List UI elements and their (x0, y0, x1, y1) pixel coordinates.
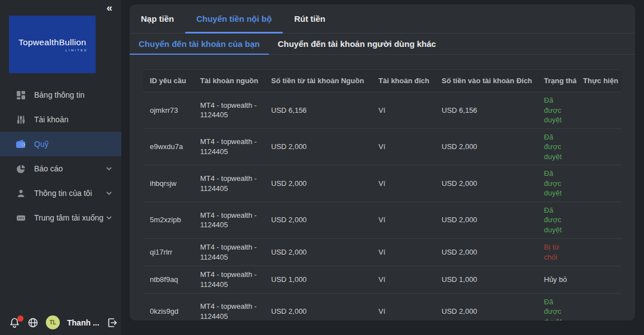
cell-amount-to: USD 2,000 (435, 238, 537, 266)
column-header: Tài khoản đích (372, 70, 435, 92)
cell-amount-to: USD 2,000 (435, 165, 537, 202)
cell-amount-to: USD 2,000 (435, 293, 537, 320)
sidebar: « TopwealthBullion LIMITED Bảng thông ti… (0, 0, 121, 335)
sidebar-item-dashboard[interactable]: Bảng thông tin (0, 83, 121, 107)
table-row: ojmkrr73MT4 - topwealth - 1124405USD 6,1… (143, 92, 622, 129)
column-header: Trạng thái (537, 70, 576, 92)
sidebar-item-my-info[interactable]: Thông tin của tôi (0, 181, 121, 205)
cell-amount-to: USD 2,000 (435, 202, 537, 238)
cell-action (576, 165, 622, 202)
logout-button[interactable] (107, 317, 118, 328)
sidebar-item-funds[interactable]: Quỹ (0, 132, 121, 156)
sidebar-collapse-icon[interactable]: « (106, 1, 112, 15)
cell-status: Đã được duyệt (537, 92, 576, 129)
brand-logo-title: TopwealthBullion (18, 37, 86, 47)
cell-dest-account: Ví (372, 238, 435, 266)
wallet-icon (16, 139, 26, 149)
sliders-icon (16, 114, 26, 125)
sidebar-item-label: Quỹ (34, 140, 49, 149)
cell-amount-to: USD 2,000 (435, 128, 537, 165)
sidebar-nav: Bảng thông tin Tài khoản Quỹ Báo cáo (0, 83, 121, 230)
cell-id: 5m2xzipb (143, 202, 193, 238)
subtab-transfer-other-user[interactable]: Chuyển đến tài khoản người dùng khác (269, 34, 445, 54)
column-header: Số tiền vào tài khoản Đích (435, 70, 537, 92)
cell-dest-account: Ví (372, 165, 435, 202)
chevron-down-icon (106, 165, 112, 172)
table-header-row: ID yêu cầuTài khoản nguồnSố tiền từ tài … (143, 70, 622, 92)
column-header: Thực hiện (576, 70, 622, 92)
cell-status: Đã được duyệt (537, 293, 576, 320)
cell-amount-from: USD 6,156 (264, 92, 372, 129)
cell-action (576, 238, 622, 266)
sidebar-item-label: Bảng thông tin (34, 90, 84, 99)
cell-id: ihbqrsjw (143, 165, 193, 202)
user-name: Thanh ... (67, 318, 100, 327)
cell-id: ntb8f9aq (143, 266, 193, 293)
cell-amount-from: USD 2,000 (264, 202, 372, 238)
cell-amount-to: USD 1,000 (435, 266, 537, 293)
cell-id: qi17rlrr (143, 238, 193, 266)
sidebar-item-reports[interactable]: Báo cáo (0, 156, 121, 181)
notifications-button[interactable] (9, 317, 20, 328)
cell-amount-from: USD 2,000 (264, 238, 372, 266)
table-body: ojmkrr73MT4 - topwealth - 1124405USD 6,1… (143, 92, 622, 321)
cell-action (576, 202, 622, 238)
sidebar-item-accounts[interactable]: Tài khoản (0, 107, 121, 132)
main-tabs: Nạp tiền Chuyển tiền nội bộ Rút tiền (130, 4, 635, 34)
cell-dest-account: Ví (372, 92, 435, 129)
avatar: TL (46, 315, 60, 329)
cell-source-account: MT4 - topwealth - 1124405 (193, 202, 264, 238)
chevron-down-icon (106, 214, 112, 221)
download-center-icon (16, 213, 26, 223)
tab-withdraw[interactable]: Rút tiền (283, 4, 337, 33)
dashboard-icon (16, 90, 26, 100)
table-row: ntb8f9aqMT4 - topwealth - 1124405USD 1,0… (143, 266, 622, 293)
cell-source-account: MT4 - topwealth - 1124405 (193, 293, 264, 320)
table-row: 0kzis9gdMT4 - topwealth - 1124405USD 2,0… (143, 293, 622, 320)
brand-logo-subtitle: LIMITED (65, 49, 88, 52)
column-header: ID yêu cầu (143, 70, 193, 92)
tab-internal-transfer[interactable]: Chuyển tiền nội bộ (185, 4, 283, 33)
cell-action (576, 266, 622, 293)
cell-status: Đã được duyệt (537, 128, 576, 165)
tab-deposit[interactable]: Nạp tiền (130, 4, 185, 33)
cell-dest-account: Ví (372, 266, 435, 293)
cell-amount-from: USD 1,000 (264, 266, 372, 293)
sidebar-item-label: Tài khoản (34, 115, 68, 124)
cell-source-account: MT4 - topwealth - 1124405 (193, 165, 264, 202)
transfers-table: ID yêu cầuTài khoản nguồnSố tiền từ tài … (143, 69, 622, 320)
language-button[interactable] (27, 317, 39, 328)
transfers-table-container: ID yêu cầuTài khoản nguồnSố tiền từ tài … (143, 69, 622, 320)
table-row: ihbqrsjwMT4 - topwealth - 1124405USD 2,0… (143, 165, 622, 202)
cell-amount-to: USD 6,156 (435, 92, 537, 129)
cell-source-account: MT4 - topwealth - 1124405 (193, 92, 264, 129)
cell-source-account: MT4 - topwealth - 1124405 (193, 266, 264, 293)
sidebar-item-label: Báo cáo (34, 164, 63, 173)
notification-badge (17, 315, 23, 322)
cell-status: Đã được duyệt (537, 165, 576, 202)
cell-action (576, 92, 622, 129)
cell-status: Hủy bỏ (537, 266, 576, 293)
logout-icon (107, 317, 118, 328)
column-header: Số tiền từ tài khoản Nguồn (264, 70, 372, 92)
cell-id: 0kzis9gd (143, 293, 193, 320)
cell-action (576, 128, 622, 165)
cell-amount-from: USD 2,000 (264, 165, 372, 202)
cell-id: e9wxdu7a (143, 128, 193, 165)
column-header: Tài khoản nguồn (193, 70, 264, 92)
sub-tabs: Chuyển đến tài khoản của bạn Chuyển đến … (130, 34, 635, 55)
sidebar-item-download-center[interactable]: Trung tâm tải xuống (0, 205, 121, 230)
cell-dest-account: Ví (372, 128, 435, 165)
brand-logo: TopwealthBullion LIMITED (9, 16, 96, 73)
table-row: e9wxdu7aMT4 - topwealth - 1124405USD 2,0… (143, 128, 622, 165)
cell-amount-from: USD 2,000 (264, 128, 372, 165)
sidebar-item-label: Trung tâm tải xuống (34, 213, 103, 222)
table-row: 5m2xzipbMT4 - topwealth - 1124405USD 2,0… (143, 202, 622, 238)
subtab-transfer-own-account[interactable]: Chuyển đến tài khoản của bạn (130, 34, 269, 54)
cell-source-account: MT4 - topwealth - 1124405 (193, 128, 264, 165)
user-bar: TL Thanh ... (9, 315, 118, 329)
cell-status: Bị từ chối (537, 238, 576, 266)
sidebar-item-label: Thông tin của tôi (34, 189, 92, 198)
globe-icon (27, 317, 39, 328)
cell-source-account: MT4 - topwealth - 1124405 (193, 238, 264, 266)
